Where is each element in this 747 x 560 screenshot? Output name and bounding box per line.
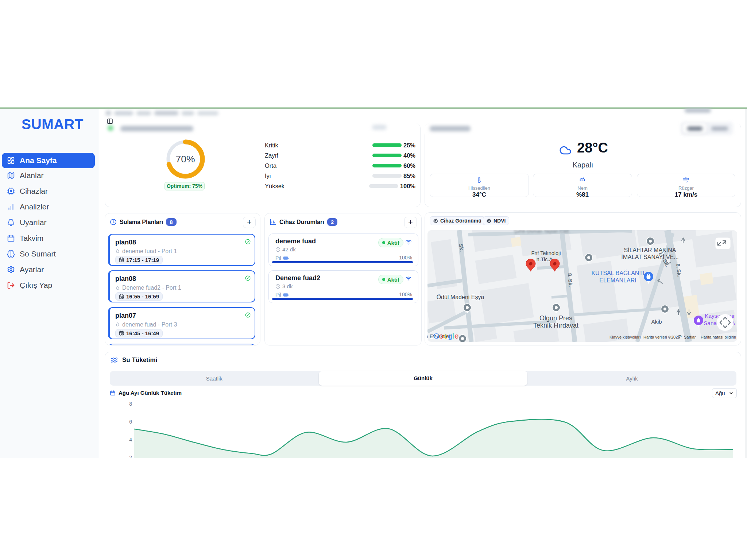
svg-text:o: o [439, 332, 444, 340]
svg-text:70%: 70% [175, 154, 195, 165]
svg-text:Şartlar: Şartlar [684, 335, 696, 339]
svg-text:Harita hatası bildirin: Harita hatası bildirin [701, 335, 736, 339]
svg-text:e: e [454, 332, 459, 340]
svg-text:Fnf Teknoloji: Fnf Teknoloji [531, 250, 561, 256]
svg-text:Şehit Osman Taştan Cad.: Şehit Osman Taştan Cad. [514, 230, 570, 234]
svg-text:ELEMANLARI: ELEMANLARI [599, 277, 636, 283]
svg-text:Teknik Hırdavat: Teknik Hırdavat [533, 322, 578, 329]
svg-text:G: G [433, 332, 439, 340]
svg-text:o: o [444, 332, 448, 340]
svg-text:KUTSAL BAĞLANTI: KUTSAL BAĞLANTI [591, 270, 644, 276]
svg-text:Ödül Madeni Eşya: Ödül Madeni Eşya [437, 294, 484, 300]
svg-text:Olgun Pres: Olgun Pres [539, 314, 572, 322]
svg-text:8. Sk.: 8. Sk. [567, 273, 574, 287]
svg-text:Harita verileri ©2025: Harita verileri ©2025 [643, 335, 680, 339]
svg-text:l: l [452, 332, 454, 340]
svg-text:SİLAHTAR MAKİNA: SİLAHTAR MAKİNA [624, 247, 676, 253]
svg-text:İMALAT SANAYİ VE...: İMALAT SANAYİ VE... [621, 254, 678, 260]
svg-text:Akib: Akib [651, 318, 662, 325]
svg-text:Klavye kısayolları: Klavye kısayolları [609, 335, 641, 339]
svg-text:g: g [448, 332, 452, 340]
